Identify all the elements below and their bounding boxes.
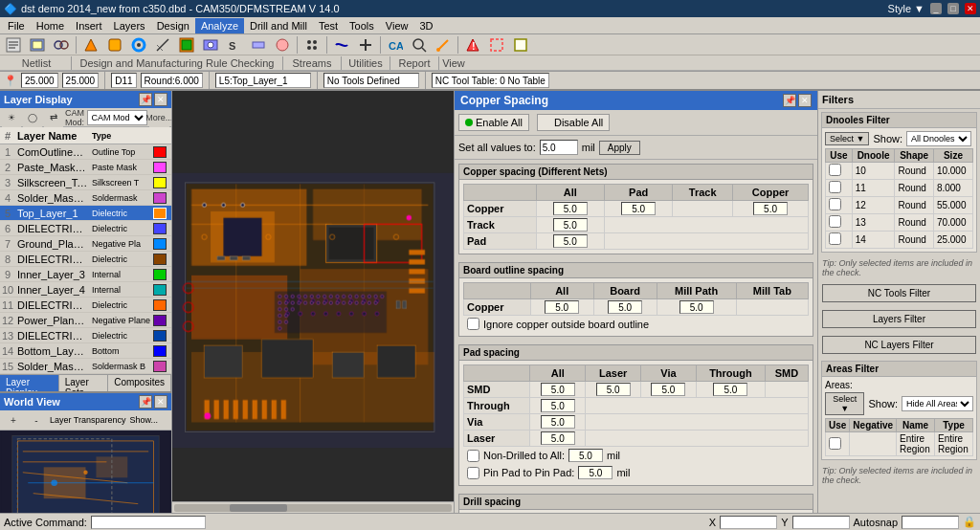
nc-tools-filter-button[interactable]: NC Tools Filter xyxy=(822,284,976,302)
toolbar-external-layers[interactable] xyxy=(26,35,49,55)
input-ps-smd-through[interactable] xyxy=(713,383,747,396)
dn-pad-all[interactable] xyxy=(536,233,604,250)
tab-composites[interactable]: Composites xyxy=(108,375,171,391)
layer-invert[interactable]: ⇄ xyxy=(44,108,63,127)
areas-show-select[interactable]: Hide All Areas xyxy=(902,396,973,411)
dt-use[interactable] xyxy=(826,180,853,197)
y-coord[interactable]: 25.000 xyxy=(62,73,100,88)
layer-row[interactable]: 7 Ground_Plane_Lay Negative Pla xyxy=(0,236,171,252)
scrollbar-track[interactable] xyxy=(174,504,452,512)
toolbar-design-analyzer[interactable] xyxy=(408,35,431,55)
x-coord[interactable]: 25.000 xyxy=(21,73,58,88)
cam-mode-select[interactable]: CAM Mod xyxy=(87,110,147,125)
layers-filter-button[interactable]: Layers Filter xyxy=(822,310,976,328)
at-use[interactable] xyxy=(826,432,850,456)
ignore-copper-check[interactable] xyxy=(467,318,479,330)
dn-copper-copper[interactable] xyxy=(733,201,809,217)
close-button[interactable]: ✕ xyxy=(965,3,976,14)
non-drilled-check[interactable] xyxy=(467,450,479,462)
ps-smd-via[interactable] xyxy=(641,382,697,398)
toolbar-cleanse-copper[interactable] xyxy=(79,35,102,55)
layer-row[interactable]: 5 Top_Layer_1 Dielectric xyxy=(0,206,171,221)
at-use-check[interactable] xyxy=(829,437,841,450)
toolbar-cad[interactable]: CAD xyxy=(384,35,407,55)
layer-row[interactable]: 3 Silkscreen_Top Silkscreen T xyxy=(0,175,171,190)
layer-row[interactable]: 1 ComOutlineTop Outline Top xyxy=(0,144,171,160)
layer-row[interactable]: 8 DIELECTRIC_LAYE Dielectric xyxy=(0,252,171,267)
tab-layer-sets[interactable]: Layer Sets xyxy=(59,375,108,391)
ps-smd-all[interactable] xyxy=(530,382,586,398)
disable-all-button[interactable]: Disable All xyxy=(537,114,610,131)
menu-tools[interactable]: Tools xyxy=(344,18,380,33)
toolbar-paste-mask[interactable] xyxy=(247,35,270,55)
ps-smd-through[interactable] xyxy=(696,382,765,398)
toolbar-copper-probe[interactable] xyxy=(432,35,455,55)
copper-close-button[interactable]: ✕ xyxy=(798,94,812,107)
dnoole-check[interactable] xyxy=(829,164,841,176)
layer-row[interactable]: 2 Paste_Mask_Top Paste Mask xyxy=(0,160,171,175)
menu-layers[interactable]: Layers xyxy=(108,18,151,33)
toolbar-silk-screen[interactable]: S xyxy=(223,35,246,55)
bo-copper-board[interactable] xyxy=(593,299,657,316)
copper-pin-button[interactable]: 📌 xyxy=(783,94,796,107)
drill-field[interactable]: D11 xyxy=(111,73,136,88)
non-drilled-input[interactable] xyxy=(568,449,603,462)
menu-drill-mill[interactable]: Drill and Mill xyxy=(244,18,313,33)
layer-row[interactable]: 6 DIELECTRIC_LAYE Dielectric xyxy=(0,221,171,236)
enable-all-button[interactable]: Enable All xyxy=(458,114,529,131)
input-dn-pad-all[interactable] xyxy=(553,234,588,248)
toolbar-copper-planes[interactable] xyxy=(175,35,198,55)
layer-row[interactable]: 14 Bottom_Layer_0 Bottom xyxy=(0,343,171,359)
apply-button[interactable]: Apply xyxy=(599,141,640,155)
dnoole-check[interactable] xyxy=(829,232,841,245)
toolbar-netlist[interactable] xyxy=(2,35,25,55)
layer-row[interactable]: 9 Inner_Layer_3 Internal xyxy=(0,267,171,282)
layer-row[interactable]: 10 Inner_Layer_4 Internal xyxy=(0,282,171,298)
dt-use[interactable] xyxy=(826,214,853,232)
toolbar-error-marker[interactable]: ! xyxy=(461,35,484,55)
layer-row[interactable]: 13 DIELECTRIC_LAYE Dielectric xyxy=(0,328,171,343)
layer-pin-button[interactable]: 📌 xyxy=(139,93,152,106)
dnoole-check[interactable] xyxy=(829,198,841,210)
world-close-button[interactable]: ✕ xyxy=(154,395,167,409)
world-pin-button[interactable]: 📌 xyxy=(139,395,152,409)
maximize-button[interactable]: □ xyxy=(947,3,959,14)
bo-copper-all[interactable] xyxy=(530,299,593,316)
dt-use[interactable] xyxy=(826,232,853,249)
nc-layers-filter-button[interactable]: NC Layers Filter xyxy=(822,336,976,354)
ps-via-all[interactable] xyxy=(530,414,586,431)
menu-file[interactable]: File xyxy=(2,18,31,33)
input-ps-through-all[interactable] xyxy=(541,399,575,412)
menu-design[interactable]: Design xyxy=(151,18,195,33)
toolbar-rule-cross[interactable] xyxy=(354,35,377,55)
ps-through-all[interactable] xyxy=(530,398,586,414)
layer-all-off[interactable]: ◯ xyxy=(23,108,42,127)
layer-row[interactable]: 4 Solder_Mask_Top Soldermask xyxy=(0,190,171,206)
menu-analyze[interactable]: Analyze xyxy=(195,18,244,33)
dnoole-check[interactable] xyxy=(829,181,841,193)
pin-pad-input[interactable] xyxy=(578,466,612,479)
toolbar-design[interactable] xyxy=(50,35,73,55)
center-canvas[interactable]: Cam Cap Part 3D Stream xyxy=(172,91,454,530)
toolbar-rule-areas[interactable] xyxy=(509,35,532,55)
toolbar-minimum-geometry[interactable] xyxy=(151,35,174,55)
show-label[interactable]: Show... xyxy=(130,415,159,425)
input-bo-copper-millpath[interactable] xyxy=(679,300,714,314)
dt-use[interactable] xyxy=(826,163,853,180)
set-all-input[interactable] xyxy=(540,140,578,155)
dn-copper-pad[interactable] xyxy=(604,201,672,217)
layer-field[interactable]: L5:Top_Layer_1 xyxy=(215,73,311,88)
input-bo-copper-all[interactable] xyxy=(545,300,579,314)
input-ps-smd-via[interactable] xyxy=(651,383,685,396)
dn-copper-all[interactable] xyxy=(536,201,604,217)
input-ps-smd-laser[interactable] xyxy=(596,383,631,396)
menu-home[interactable]: Home xyxy=(31,18,70,33)
toolbar-error-areas[interactable] xyxy=(485,35,508,55)
dnooles-show-select[interactable]: All Dnooles xyxy=(906,131,971,146)
dt-use[interactable] xyxy=(826,197,853,214)
minimize-button[interactable]: _ xyxy=(930,3,942,14)
input-dn-copper-copper[interactable] xyxy=(753,202,788,215)
toolbar-assembly-mask[interactable] xyxy=(271,35,294,55)
bo-copper-millpath[interactable] xyxy=(657,299,736,316)
ps-smd-laser[interactable] xyxy=(586,382,641,398)
